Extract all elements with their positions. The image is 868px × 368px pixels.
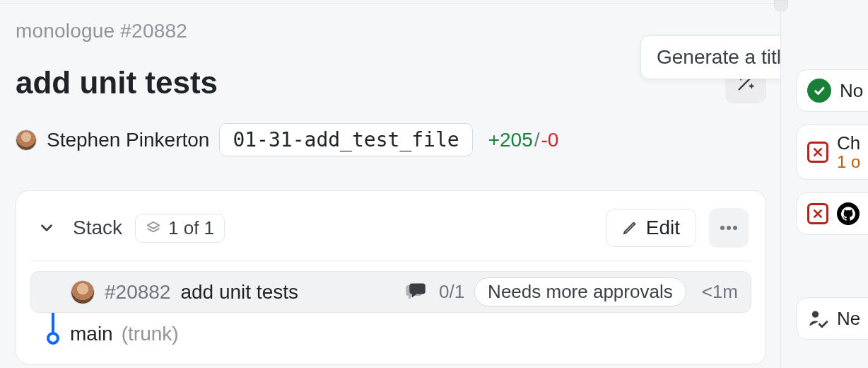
stack-row-current[interactable]: #20882 add unit tests 0/1 Needs more app…: [30, 271, 751, 313]
github-icon: [837, 202, 860, 225]
scroll-indicator: [774, 0, 788, 11]
comments-icon: [405, 283, 426, 301]
sidebar: No Ch 1 o Ne: [780, 0, 868, 368]
collapse-stack-button[interactable]: [33, 214, 60, 241]
stack-pr-number: #20882: [105, 281, 170, 304]
sidebar-item-changes[interactable]: Ch 1 o: [797, 125, 868, 180]
pr-age: <1m: [702, 281, 738, 303]
author-avatar-small: [71, 280, 95, 304]
branch-chip[interactable]: 01-31-add_test_file: [219, 123, 472, 156]
deletions: -0: [541, 129, 559, 151]
chevron-down-icon: [37, 219, 56, 237]
additions: +205: [488, 129, 533, 151]
stack-label: Stack: [73, 217, 122, 239]
svg-point-8: [812, 311, 819, 318]
person-check-icon: [807, 309, 828, 328]
layers-icon: [146, 220, 161, 236]
x-box-icon: [807, 203, 828, 224]
base-branch: main: [70, 323, 113, 345]
sidebar-item-reviewer[interactable]: Ne: [797, 297, 868, 340]
approval-status-chip: Needs more approvals: [474, 277, 686, 306]
review-count: 0/1: [439, 281, 464, 303]
page-title: add unit tests: [16, 65, 725, 100]
diff-stat: +205/-0: [488, 129, 559, 151]
base-branch-suffix: (trunk): [122, 323, 179, 345]
ellipsis-icon: [720, 225, 738, 231]
svg-point-1: [720, 226, 725, 230]
svg-point-3: [733, 226, 737, 230]
stack-more-button[interactable]: [709, 208, 749, 248]
svg-point-2: [727, 226, 731, 230]
svg-marker-0: [148, 222, 160, 229]
x-box-icon: [807, 142, 828, 163]
author-name[interactable]: Stephen Pinkerton: [47, 129, 209, 151]
stack-pr-title: add unit tests: [180, 281, 298, 304]
stack-row-base[interactable]: main (trunk): [30, 313, 751, 350]
author-avatar[interactable]: [16, 130, 37, 151]
pr-number: #20882: [120, 20, 187, 42]
sidebar-item-github[interactable]: [797, 192, 868, 235]
sidebar-item-pass[interactable]: No: [797, 69, 868, 112]
stack-node-base: [47, 332, 59, 345]
pencil-icon: [622, 220, 638, 236]
repo-name: monologue: [16, 20, 115, 42]
stack-card: Stack 1 of 1 Edit #20882 add unit tests: [16, 190, 766, 364]
edit-stack-button[interactable]: Edit: [606, 209, 696, 247]
check-circle-icon: [807, 79, 831, 103]
stack-count-chip: 1 of 1: [135, 214, 225, 243]
